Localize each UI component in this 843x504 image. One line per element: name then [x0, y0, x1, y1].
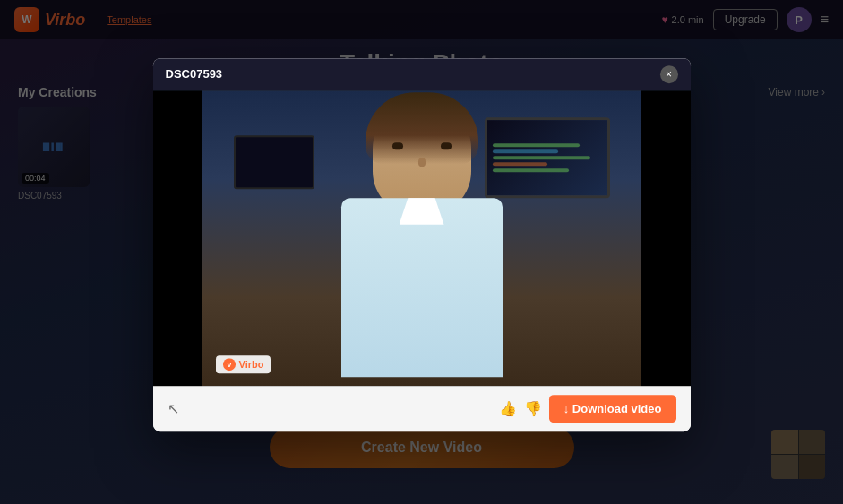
footer-right: 👍 👎 ↓ Download video	[499, 395, 676, 423]
cursor-icon[interactable]: ↖	[168, 400, 179, 417]
video-scene: V Virbo	[153, 90, 691, 386]
shirt-collar	[400, 198, 444, 225]
person-eye-right	[441, 142, 452, 149]
svg-text:V: V	[227, 361, 232, 369]
letterbox-left	[153, 90, 202, 386]
modal-footer: ↖ 👍 👎 ↓ Download video	[153, 386, 691, 431]
video-player[interactable]: V Virbo	[153, 90, 691, 386]
download-video-button[interactable]: ↓ Download video	[549, 395, 676, 423]
person-figure	[323, 99, 520, 377]
modal-header: DSC07593 ×	[153, 58, 691, 90]
person-nose	[418, 158, 426, 167]
bg-monitor-left	[234, 135, 314, 189]
person-eye-left	[392, 142, 403, 149]
person-hair	[366, 92, 478, 164]
person-body	[341, 198, 503, 377]
video-modal: DSC07593 ×	[153, 58, 691, 431]
letterbox-right	[641, 90, 691, 386]
watermark-icon: V	[223, 358, 236, 371]
video-watermark: V Virbo	[216, 355, 271, 373]
footer-left: ↖	[168, 400, 179, 417]
modal-title: DSC07593	[166, 67, 223, 81]
dislike-icon[interactable]: 👎	[524, 400, 542, 417]
modal-close-button[interactable]: ×	[660, 65, 678, 83]
like-icon[interactable]: 👍	[499, 400, 517, 417]
